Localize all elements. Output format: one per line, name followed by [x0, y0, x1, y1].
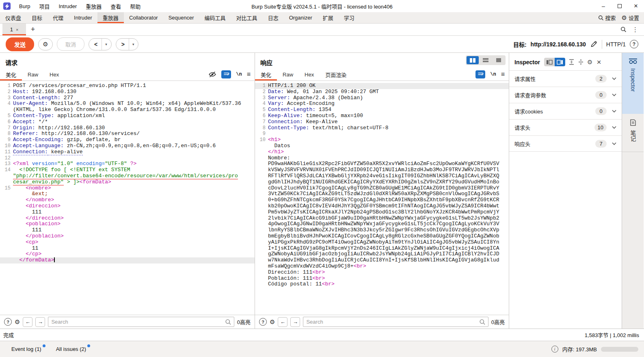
main-tab-13[interactable]: 学习 — [339, 12, 360, 23]
main-tab-9[interactable]: 对比工具 — [231, 12, 263, 23]
layout-rows-button[interactable] — [480, 56, 492, 64]
response-editor[interactable]: 1HTTP/1.1 200 OK2Date: Wed, 01 Jan 2025 … — [255, 81, 509, 315]
kebab-menu-icon[interactable]: ⋮ — [632, 26, 638, 33]
editor-tab-4[interactable]: 页面渲染 — [320, 68, 352, 81]
editor-tab-2[interactable]: Raw — [277, 68, 299, 81]
close-tab-icon[interactable]: × — [16, 27, 18, 32]
inspector-section-4[interactable]: 请求头10 — [509, 119, 622, 135]
search-icon[interactable] — [620, 26, 627, 33]
code-line: <direccion> — [0, 203, 255, 209]
main-tab-6[interactable]: Collaborator — [124, 12, 163, 23]
minimize-button[interactable]: – — [595, 0, 612, 12]
main-tab-12[interactable]: 扩展 — [318, 12, 339, 23]
show-newlines-toggle[interactable]: \n — [236, 72, 242, 77]
editor-tab-3[interactable]: Hex — [44, 68, 65, 81]
editor-tab-2[interactable]: Raw — [22, 68, 44, 81]
inspector-close-icon[interactable]: × — [596, 58, 601, 66]
search-icon — [479, 319, 486, 325]
search-input[interactable] — [48, 317, 233, 327]
event-log-tab[interactable]: Event log (1) — [11, 346, 41, 352]
editor-menu-icon[interactable]: ≡ — [247, 71, 251, 78]
editor-tab-1[interactable]: 美化 — [0, 68, 22, 81]
maximize-button[interactable] — [612, 0, 628, 12]
global-search-button[interactable]: 搜索 — [598, 14, 616, 22]
send-button[interactable]: 发送 — [6, 37, 34, 51]
help-icon[interactable]: ? — [630, 40, 638, 48]
search-settings-icon[interactable]: ⚙ — [15, 318, 20, 326]
main-tab-7[interactable]: Sequencer — [163, 12, 199, 23]
chevron-down-icon — [612, 93, 617, 97]
inspector-section-5[interactable]: 响应头7 — [509, 135, 622, 152]
inspector-section-1[interactable]: 请求属性2 — [509, 70, 622, 87]
repeater-tab-1[interactable]: 1 × — [2, 24, 26, 35]
main-tab-11[interactable]: Organizer — [284, 12, 318, 23]
prev-request-button[interactable]: < ▾ — [89, 38, 112, 50]
code-line: 2Date: Wed, 01 Jan 2025 09:40:27 GMT — [255, 89, 509, 95]
notification-dot — [87, 344, 90, 347]
code-line: 9Accept-Encoding: gzip, deflate, br — [0, 137, 255, 143]
menu-repeater[interactable]: 重放器 — [81, 0, 106, 12]
edit-pencil-icon[interactable] — [590, 40, 598, 48]
word-wrap-toggle[interactable] — [221, 70, 231, 78]
main-tab-4[interactable]: Intruder — [69, 12, 97, 23]
code-line: Población: 111<br> — [255, 276, 509, 282]
main-tab-5[interactable]: 重放器 — [97, 12, 124, 23]
editor-tab-1[interactable]: 美化 — [255, 68, 277, 81]
global-search-label: 搜索 — [605, 14, 616, 22]
menu-help[interactable]: 帮助 — [125, 0, 145, 12]
help-icon[interactable]: ? — [4, 318, 12, 326]
request-editor[interactable]: 1POST /services/procesar_envio.php HTTP/… — [0, 81, 255, 315]
inspector-section-2[interactable]: 请求查询参数0 — [509, 87, 622, 103]
code-line: </h1> — [255, 149, 509, 155]
next-match-button[interactable]: → — [35, 317, 45, 327]
code-line: 3VtZW50KCk7CiAgICAkZG9tLT5zdWJzdGl0dXRlR… — [255, 191, 509, 197]
chevron-down-icon[interactable]: ▾ — [129, 39, 138, 50]
next-match-button[interactable]: → — [290, 317, 300, 327]
prev-match-button[interactable]: ← — [278, 317, 287, 327]
code-line: Datos — [255, 143, 509, 149]
send-settings-button[interactable]: ⚙ — [38, 38, 53, 50]
info-icon[interactable]: i — [551, 346, 558, 353]
code-line: 5Content-Length: 1354 — [255, 107, 509, 113]
main-tab-10[interactable]: 日志 — [263, 12, 284, 23]
main-tab-8[interactable]: 编码工具 — [199, 12, 231, 23]
word-wrap-toggle[interactable] — [475, 70, 485, 78]
menu-intruder[interactable]: Intruder — [54, 0, 81, 12]
chevron-down-icon — [612, 109, 617, 113]
menu-view[interactable]: 查看 — [106, 0, 125, 12]
expand-all-icon[interactable] — [568, 59, 575, 65]
editor-menu-icon[interactable]: ≡ — [501, 71, 505, 78]
chevron-down-icon[interactable]: ▾ — [102, 39, 111, 50]
all-issues-tab[interactable]: All issues (2) — [56, 346, 86, 352]
editor-tab-3[interactable]: Hex — [299, 68, 320, 81]
prev-match-button[interactable]: ← — [23, 317, 32, 327]
chevron-down-icon — [612, 126, 617, 129]
inspector-title: Inspector — [514, 59, 540, 65]
menu-project[interactable]: 项目 — [35, 0, 54, 12]
layout-single-button[interactable] — [493, 56, 505, 64]
inspector-settings-icon[interactable]: ⚙ — [587, 59, 592, 66]
add-tab-button[interactable]: + — [26, 24, 40, 35]
layout-columns-button[interactable] — [467, 56, 479, 64]
main-tab-2[interactable]: 目标 — [26, 12, 48, 23]
next-request-button[interactable]: > ▾ — [116, 38, 139, 50]
search-input[interactable] — [303, 317, 488, 327]
side-tab-inspector[interactable]: Inspector — [622, 53, 644, 114]
global-settings-button[interactable]: ⚙ 设置 — [622, 14, 639, 22]
http-version[interactable]: HTTP/1 — [606, 41, 626, 48]
search-settings-icon[interactable]: ⚙ — [270, 318, 275, 326]
inspector-section-3[interactable]: 请求cookies0 — [509, 103, 622, 119]
main-tab-1[interactable]: 仪表盘 — [0, 12, 26, 23]
hide-eye-icon[interactable] — [208, 71, 216, 78]
cancel-button[interactable]: 取消 — [57, 37, 84, 51]
inspector-dock-left-button[interactable] — [544, 58, 555, 66]
close-button[interactable]: × — [628, 0, 644, 12]
collapse-all-icon[interactable] — [578, 59, 584, 65]
help-icon[interactable]: ? — [259, 318, 267, 326]
inspector-dock-right-button[interactable] — [555, 58, 565, 66]
menu-burp[interactable]: Burp — [15, 0, 35, 12]
show-newlines-toggle[interactable]: \n — [490, 72, 496, 77]
side-tab-notes[interactable]: 笔记 — [622, 114, 644, 152]
wrap-icon — [478, 72, 484, 77]
main-tab-3[interactable]: 代理 — [48, 12, 69, 23]
